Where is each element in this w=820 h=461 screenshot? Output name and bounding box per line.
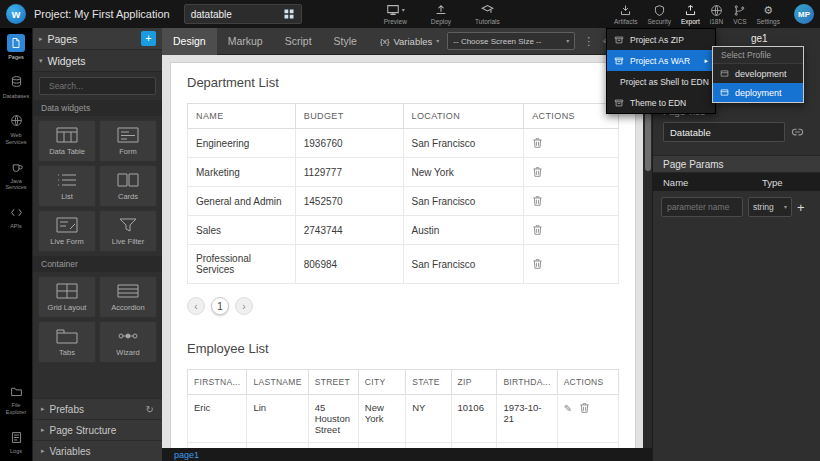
variables-section[interactable]: ▸ Variables xyxy=(33,440,162,461)
table-row[interactable]: Sales 2743744 Austin xyxy=(188,216,619,245)
bind-link-icon[interactable] xyxy=(791,126,804,139)
column-header[interactable]: LOCATION xyxy=(403,104,524,129)
grid-layout-icon xyxy=(56,283,78,299)
widget-tile-wizard[interactable]: Wizard xyxy=(99,321,157,363)
trash-icon[interactable] xyxy=(532,224,543,236)
param-name-input[interactable] xyxy=(661,197,743,217)
trash-icon[interactable] xyxy=(532,258,543,270)
page-selector-dropdown[interactable]: datatable xyxy=(184,4,302,24)
widget-tile-data-table[interactable]: Data Table xyxy=(38,120,96,162)
menu-item-project-as-zip[interactable]: Project As ZIP xyxy=(607,29,715,50)
left-rail: Pages Databases Web Services Java Servic… xyxy=(0,28,32,461)
column-header[interactable]: BUDGET xyxy=(295,104,403,129)
tutorials-button[interactable]: Tutorials xyxy=(475,3,500,25)
tab-design[interactable]: Design xyxy=(162,28,217,55)
chevron-right-icon: ▸ xyxy=(41,405,45,413)
i18n-button[interactable]: i18N xyxy=(710,3,723,25)
pagination-next-button[interactable]: › xyxy=(235,297,253,315)
tab-style[interactable]: Style xyxy=(323,28,368,55)
rail-item-file-explorer[interactable]: File Explorer xyxy=(0,376,32,422)
page-title-input[interactable] xyxy=(663,122,785,142)
column-header[interactable]: LASTNAME xyxy=(247,370,308,395)
table-row[interactable]: Eric Lin 45 Houston Street New York NY 1… xyxy=(188,395,619,443)
vcs-button[interactable]: VCS xyxy=(733,3,746,25)
rail-item-apis[interactable]: APIs xyxy=(0,197,32,236)
table-row[interactable]: Marketing 1129777 New York xyxy=(188,158,619,187)
pages-section-header[interactable]: ▸ Pages + xyxy=(33,28,162,50)
column-header[interactable]: BIRTHDA... xyxy=(497,370,557,395)
variables-dropdown[interactable]: {x} Variables ▾ xyxy=(380,36,439,47)
param-input-row: string ▾ + xyxy=(653,191,820,217)
page-structure-section[interactable]: ▸ Page Structure xyxy=(33,419,162,440)
rail-item-web-services[interactable]: Web Services xyxy=(0,106,32,152)
edit-pencil-icon[interactable]: ✎ xyxy=(564,403,572,414)
settings-button[interactable]: ⚙ Settings xyxy=(757,3,781,25)
widget-tile-form[interactable]: Form xyxy=(99,120,157,162)
trash-icon[interactable] xyxy=(532,137,543,149)
widget-tile-grid-layout[interactable]: Grid Layout xyxy=(38,276,96,318)
column-header[interactable]: CITY xyxy=(358,370,405,395)
export-button[interactable]: Export xyxy=(681,3,700,25)
refresh-icon[interactable]: ↻ xyxy=(146,404,154,415)
menu-item-theme-to-edn[interactable]: Theme to EDN xyxy=(607,92,715,113)
submenu-item-development[interactable]: development xyxy=(713,64,803,83)
table-row[interactable]: Engineering 1936760 San Francisco xyxy=(188,129,619,158)
table-row[interactable]: General and Admin 1452570 San Francisco xyxy=(188,187,619,216)
menu-item-project-as-shell-to-edn[interactable]: Project as Shell to EDN xyxy=(607,71,715,92)
tab-script[interactable]: Script xyxy=(274,28,323,55)
submenu-item-deployment[interactable]: deployment xyxy=(713,83,803,102)
column-header[interactable]: ACTIONS xyxy=(524,104,619,129)
cell-name: Engineering xyxy=(188,129,296,158)
cell-actions xyxy=(524,129,619,158)
war-archive-icon xyxy=(614,56,624,66)
artifacts-button[interactable]: Artifacts xyxy=(614,3,637,25)
pagination-prev-button[interactable]: ‹ xyxy=(187,297,205,315)
widgets-section-header[interactable]: ▾ Widgets xyxy=(33,50,162,72)
trash-icon[interactable] xyxy=(532,195,543,207)
widget-search-input[interactable] xyxy=(49,81,160,91)
table-row[interactable]: Professional Services 806984 San Francis… xyxy=(188,245,619,284)
kebab-menu-icon[interactable]: ⋮ xyxy=(583,35,594,48)
add-param-button[interactable]: + xyxy=(797,201,805,214)
page-tab-page1[interactable]: page1 xyxy=(162,450,199,460)
rail-item-databases[interactable]: Databases xyxy=(0,67,32,106)
security-button[interactable]: Security xyxy=(647,3,670,25)
i18n-globe-icon xyxy=(710,4,723,17)
rail-label: Pages xyxy=(8,54,24,61)
trash-icon[interactable] xyxy=(579,402,590,414)
cell-street: 45 Houston Street xyxy=(308,395,358,443)
screen-size-select[interactable]: -- Choose Screen Size -- ▾ xyxy=(447,32,575,50)
preview-button[interactable]: ▾ Preview xyxy=(384,3,407,25)
menu-item-project-as-war[interactable]: Project As WAR ▸ xyxy=(607,50,715,71)
rail-item-java-services[interactable]: Java Services xyxy=(0,152,32,198)
tab-markup[interactable]: Markup xyxy=(217,28,274,55)
column-header[interactable]: STATE xyxy=(406,370,451,395)
widget-tile-cards[interactable]: Cards xyxy=(99,165,157,207)
deploy-button[interactable]: Deploy xyxy=(431,3,451,25)
param-type-select[interactable]: string ▾ xyxy=(748,197,792,217)
cell-location: San Francisco xyxy=(403,245,524,284)
widget-tile-list[interactable]: List xyxy=(38,165,96,207)
department-table: NAME BUDGET LOCATION ACTIONS Engineering… xyxy=(187,103,619,284)
prefabs-section[interactable]: ▸ Prefabs ↻ xyxy=(33,398,162,419)
widget-tile-live-filter[interactable]: Live Filter xyxy=(99,210,157,252)
column-header[interactable]: FIRSTNA... xyxy=(188,370,247,395)
widget-tile-accordion[interactable]: Accordion xyxy=(99,276,157,318)
app-logo-icon[interactable]: w xyxy=(6,4,26,24)
trash-icon[interactable] xyxy=(532,166,543,178)
add-page-button[interactable]: + xyxy=(141,31,156,46)
pagination-current-page[interactable]: 1 xyxy=(211,297,229,315)
submenu-arrow-icon: ▸ xyxy=(704,57,708,65)
selected-page-tab-label[interactable]: ge1 xyxy=(751,33,768,44)
column-header[interactable]: STREET xyxy=(308,370,358,395)
widget-tile-live-form[interactable]: Live Form xyxy=(38,210,96,252)
widget-tile-tabs[interactable]: Tabs xyxy=(38,321,96,363)
column-header[interactable]: ZIP xyxy=(451,370,497,395)
rail-item-logs[interactable]: Logs xyxy=(0,422,32,461)
list-icon xyxy=(56,172,78,188)
cell-actions xyxy=(524,245,619,284)
rail-item-pages[interactable]: Pages xyxy=(0,28,32,67)
column-header[interactable]: NAME xyxy=(188,104,296,129)
user-avatar[interactable]: MP xyxy=(794,4,814,24)
column-header[interactable]: ACTIONS xyxy=(557,370,618,395)
